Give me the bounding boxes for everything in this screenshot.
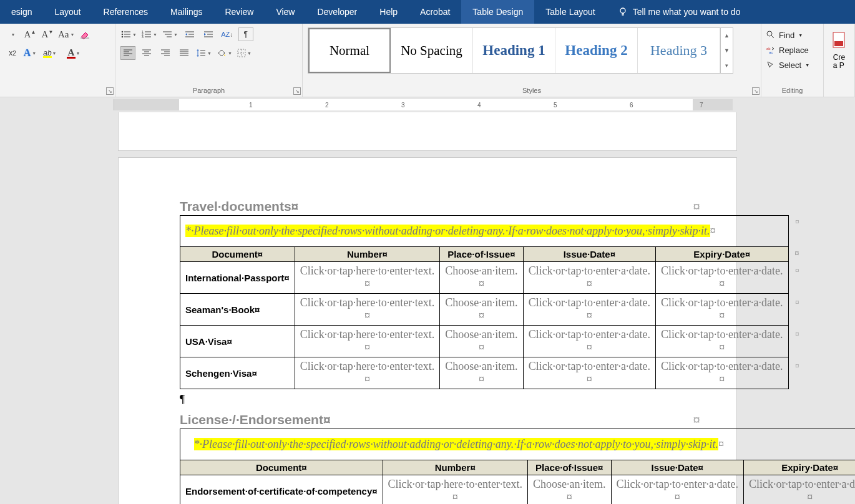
style-no-spacing[interactable]: No Spacing bbox=[391, 28, 473, 73]
styles-gallery-more: ▲ ▼ ▾ bbox=[720, 28, 733, 73]
content-control-date[interactable]: Click·or·tap·to·enter·a·date.¤¤ bbox=[656, 357, 788, 389]
content-control-date[interactable]: Click·or·tap·to·enter·a·date.¤¤ bbox=[656, 262, 788, 294]
license-table[interactable]: *·Please·fill·out·only·the·specified·row… bbox=[180, 429, 855, 504]
align-center-icon bbox=[142, 49, 151, 57]
horizontal-ruler[interactable]: 1 2 3 4 5 6 7 bbox=[114, 99, 733, 110]
line-spacing-button[interactable]: ▼ bbox=[195, 46, 212, 60]
paragraph-dialog-launcher[interactable]: ↘ bbox=[293, 87, 301, 95]
select-button[interactable]: Select▼ bbox=[766, 57, 809, 72]
gallery-down-button[interactable]: ▼ bbox=[721, 43, 733, 58]
bucket-icon bbox=[217, 49, 227, 57]
bullets-icon bbox=[121, 30, 131, 39]
tell-me-search[interactable]: Tell me what you want to do bbox=[607, 7, 741, 17]
table-row[interactable]: Seaman's·Book¤ Click·or·tap·here·to·ente… bbox=[180, 294, 789, 326]
content-control-date[interactable]: Click·or·tap·to·enter·a·date.¤¤ bbox=[743, 475, 855, 505]
content-control-date[interactable]: Click·or·tap·to·enter·a·date.¤ bbox=[523, 262, 655, 294]
content-control-text[interactable]: Click·or·tap·here·to·enter·text.¤ bbox=[295, 326, 439, 357]
increase-indent-button[interactable] bbox=[201, 27, 216, 41]
content-control-text[interactable]: Click·or·tap·here·to·enter·text.¤ bbox=[383, 475, 527, 505]
content-control-date[interactable]: Click·or·tap·to·enter·a·date.¤ bbox=[611, 475, 743, 505]
tab-layout[interactable]: Layout bbox=[43, 0, 92, 24]
clear-formatting-button[interactable] bbox=[77, 27, 92, 41]
th-issue-date: Issue·Date¤ bbox=[611, 460, 743, 475]
align-center-button[interactable] bbox=[139, 46, 154, 60]
tab-references[interactable]: References bbox=[92, 0, 160, 24]
bullets-button[interactable]: ▼ bbox=[120, 27, 137, 41]
content-control-dropdown[interactable]: Choose·an·item.¤ bbox=[440, 326, 523, 357]
group-create: Cre a P bbox=[824, 24, 855, 97]
style-heading-1[interactable]: Heading 1 bbox=[473, 28, 555, 73]
align-right-icon bbox=[161, 49, 170, 57]
content-control-dropdown[interactable]: Choose·an·item.¤ bbox=[440, 262, 523, 294]
th-document: Document¤ bbox=[180, 247, 295, 262]
content-control-dropdown[interactable]: Choose·an·item.¤ bbox=[528, 475, 611, 505]
tab-help[interactable]: Help bbox=[368, 0, 409, 24]
tab-table-layout[interactable]: Table Layout bbox=[534, 0, 606, 24]
paragraph-mark: ¶ bbox=[180, 393, 700, 406]
svg-text:3: 3 bbox=[142, 35, 144, 39]
numbering-button[interactable]: 123▼ bbox=[141, 27, 158, 41]
gallery-expand-button[interactable]: ▾ bbox=[721, 58, 733, 73]
multilevel-list-button[interactable]: ▼ bbox=[162, 27, 178, 41]
show-marks-button[interactable]: ¶ bbox=[238, 27, 253, 41]
th-expiry-date: Expiry·Date¤ ¤ bbox=[743, 460, 855, 475]
style-heading-3[interactable]: Heading 3 bbox=[638, 28, 720, 73]
content-control-dropdown[interactable]: Choose·an·item.¤ bbox=[440, 357, 523, 389]
content-control-date[interactable]: Click·or·tap·to·enter·a·date.¤¤ bbox=[656, 326, 788, 357]
table-row[interactable]: USA·Visa¤ Click·or·tap·here·to·enter·tex… bbox=[180, 326, 789, 357]
table-row[interactable]: Schengen·Visa¤ Click·or·tap·here·to·ente… bbox=[180, 357, 789, 389]
content-control-dropdown[interactable]: Choose·an·item.¤ bbox=[440, 294, 523, 326]
group-font: ▼ A▲ A▼ Aa▼ x2 A▼ ab▼ A▼ ↘ bbox=[0, 24, 115, 97]
gallery-up-button[interactable]: ▲ bbox=[721, 28, 733, 43]
find-button[interactable]: Find▼ bbox=[766, 27, 803, 42]
content-control-text[interactable]: Click·or·tap·here·to·enter·text.¤ bbox=[295, 262, 439, 294]
subscript-button[interactable]: x2 bbox=[5, 46, 20, 60]
justify-button[interactable] bbox=[177, 46, 192, 60]
note-text: *·Please·fill·out·only·the·specified·row… bbox=[194, 438, 719, 450]
content-control-text[interactable]: Click·or·tap·here·to·enter·text.¤ bbox=[295, 294, 439, 326]
borders-button[interactable]: ▼ bbox=[237, 46, 252, 60]
style-heading-2[interactable]: Heading 2 bbox=[555, 28, 638, 73]
style-normal[interactable]: Normal bbox=[308, 28, 391, 73]
content-control-date[interactable]: Click·or·tap·to·enter·a·date.¤ bbox=[523, 294, 655, 326]
tab-mailings[interactable]: Mailings bbox=[159, 0, 213, 24]
table-row[interactable]: Endorsement·of·certificate·of·competency… bbox=[180, 475, 856, 505]
th-place: Place·of·Issue¤ bbox=[440, 247, 523, 262]
svg-point-5 bbox=[122, 36, 124, 38]
styles-dialog-launcher[interactable]: ↘ bbox=[752, 87, 760, 95]
highlight-button[interactable]: ab▼ bbox=[40, 46, 55, 60]
font-color-button[interactable]: A▼ bbox=[64, 46, 79, 60]
font-dialog-launcher[interactable]: ↘ bbox=[106, 87, 114, 95]
align-right-button[interactable] bbox=[158, 46, 173, 60]
content-control-date[interactable]: Click·or·tap·to·enter·a·date.¤ bbox=[523, 357, 655, 389]
decrease-indent-button[interactable] bbox=[182, 27, 197, 41]
font-combo-caret[interactable]: ▼ bbox=[5, 27, 20, 41]
sort-button[interactable]: AZ↓ bbox=[220, 27, 235, 41]
content-control-date[interactable]: Click·or·tap·to·enter·a·date.¤ bbox=[523, 326, 655, 357]
shading-button[interactable]: ▼ bbox=[216, 46, 233, 60]
tab-developer[interactable]: Developer bbox=[306, 0, 368, 24]
tab-table-design[interactable]: Table Design bbox=[461, 0, 534, 24]
section-license-title: License·/·Endorsement¤ ¤ bbox=[180, 412, 700, 427]
tab-view[interactable]: View bbox=[265, 0, 306, 24]
tab-design[interactable]: esign bbox=[0, 0, 43, 24]
document-page[interactable]: Travel·documents¤ ¤ *·Please·fill·out·on… bbox=[118, 157, 737, 504]
shrink-font-button[interactable]: A▼ bbox=[40, 27, 55, 41]
replace-button[interactable]: abac Replace bbox=[766, 42, 809, 57]
document-canvas[interactable]: Travel·documents¤ ¤ *·Please·fill·out·on… bbox=[0, 112, 855, 504]
change-case-button[interactable]: Aa▼ bbox=[57, 27, 75, 41]
text-effects-button[interactable]: A▼ bbox=[22, 46, 37, 60]
align-left-button[interactable] bbox=[120, 46, 135, 60]
create-pdf-icon[interactable] bbox=[831, 31, 848, 50]
previous-page-bottom bbox=[118, 112, 737, 151]
content-control-text[interactable]: Click·or·tap·here·to·enter·text.¤ bbox=[295, 357, 439, 389]
group-styles: Normal No Spacing Heading 1 Heading 2 He… bbox=[303, 24, 761, 97]
svg-point-45 bbox=[767, 31, 772, 36]
replace-icon: abac bbox=[766, 46, 775, 54]
table-row[interactable]: International·Passport¤ Click·or·tap·her… bbox=[180, 262, 789, 294]
travel-documents-table[interactable]: *·Please·fill·out·only·the·specified·row… bbox=[180, 215, 789, 389]
content-control-date[interactable]: Click·or·tap·to·enter·a·date.¤¤ bbox=[656, 294, 788, 326]
tab-acrobat[interactable]: Acrobat bbox=[409, 0, 461, 24]
grow-font-button[interactable]: A▲ bbox=[22, 27, 37, 41]
tab-review[interactable]: Review bbox=[213, 0, 265, 24]
